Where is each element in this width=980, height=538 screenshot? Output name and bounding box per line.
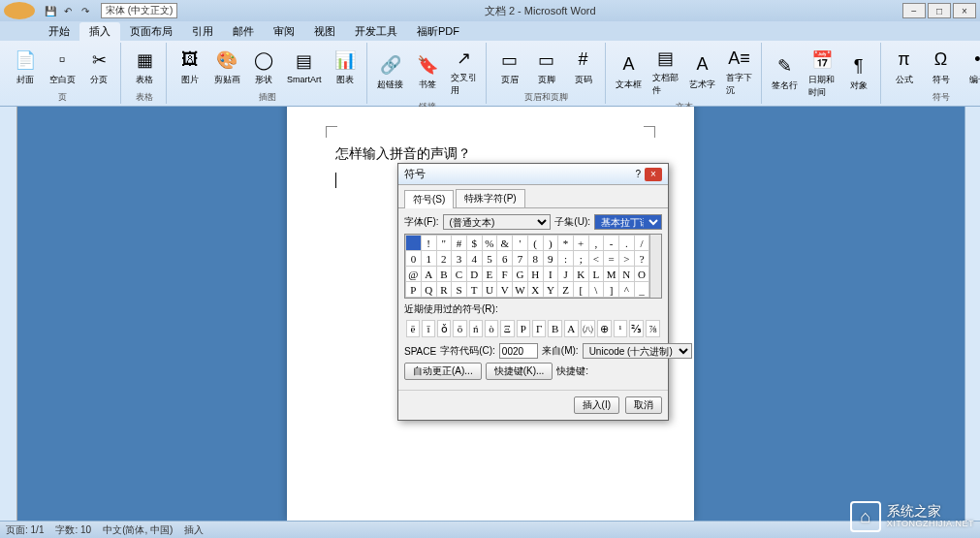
ribbon-形状[interactable]: ◯形状 [246,45,281,88]
dialog-close-button[interactable]: × [645,168,662,181]
ribbon-交叉引用[interactable]: ↗交叉引用 [447,43,482,99]
char-cell[interactable]: A [421,267,436,282]
dialog-tab[interactable]: 符号(S) [404,190,454,208]
recent-char-cell[interactable]: ⅞ [646,320,660,337]
char-cell[interactable]: 8 [527,251,543,267]
char-cell[interactable]: J [558,267,574,282]
grid-scrollbar[interactable] [649,235,661,298]
tab-页面布局[interactable]: 页面布局 [120,22,182,41]
ribbon-对象[interactable]: ¶对象 [841,50,876,94]
recent-char-cell[interactable]: ī [422,320,435,337]
ribbon-符号[interactable]: Ω符号 [924,45,959,88]
char-cell[interactable]: D [466,267,482,282]
char-cell[interactable]: 3 [452,251,467,267]
recent-char-cell[interactable]: ē [406,320,420,337]
char-cell[interactable] [406,236,422,251]
char-cell[interactable]: H [527,267,543,282]
char-cell[interactable]: R [436,282,452,298]
maximize-button[interactable]: □ [928,3,951,18]
recent-char-cell[interactable]: Ρ [517,320,530,337]
ribbon-图片[interactable]: 🖼图片 [173,45,207,88]
char-cell[interactable]: K [573,267,588,282]
redo-icon[interactable]: ↷ [78,3,93,18]
char-cell[interactable]: / [634,236,649,251]
char-cell[interactable]: W [513,282,528,298]
ribbon-SmartArt[interactable]: ▤SmartArt [283,46,326,86]
tab-视图[interactable]: 视图 [304,22,345,41]
recent-char-cell[interactable]: ń [469,320,483,337]
ribbon-剪贴画[interactable]: 🎨剪贴画 [209,45,244,88]
char-cell[interactable]: 7 [513,251,528,267]
recent-char-cell[interactable]: ⅔ [629,320,644,337]
status-words[interactable]: 字数: 10 [55,523,91,537]
recent-char-cell[interactable]: ¹ [614,320,627,337]
ribbon-文档部件[interactable]: ▤文档部件 [648,43,683,99]
char-cell[interactable]: > [618,251,634,267]
char-cell[interactable]: N [618,267,634,282]
char-cell[interactable]: * [558,236,574,251]
tab-邮件[interactable]: 邮件 [223,22,264,41]
ribbon-文本框[interactable]: A文本框 [612,49,647,93]
tab-福昕PDF[interactable]: 福昕PDF [407,22,469,41]
char-cell[interactable]: C [452,267,467,282]
char-cell[interactable]: [ [573,282,588,298]
ribbon-首字下沉[interactable]: A≡首字下沉 [722,43,757,99]
character-table[interactable]: !"#$%&'()*+,-./0123456789:;<=>?@ABCDEFGH… [405,235,649,298]
char-cell[interactable]: I [543,267,558,282]
char-cell[interactable]: ' [513,236,528,251]
vertical-scrollbar[interactable] [964,107,980,521]
status-mode[interactable]: 插入 [184,523,204,537]
save-icon[interactable]: 💾 [43,3,58,18]
autocorrect-button[interactable]: 自动更正(A)... [404,363,482,380]
char-cell[interactable]: F [497,267,513,282]
ribbon-日期和时间[interactable]: 📅日期和时间 [805,45,839,101]
insert-button[interactable]: 插入(I) [574,396,619,414]
dialog-tab[interactable]: 特殊字符(P) [456,189,524,207]
char-cell[interactable]: $ [466,236,482,251]
char-cell[interactable]: ! [421,236,436,251]
char-cell[interactable]: B [436,267,452,282]
char-cell[interactable]: _ [634,282,649,298]
char-cell[interactable]: ^ [618,282,634,298]
char-cell[interactable]: Y [543,282,558,298]
char-cell[interactable]: 0 [406,251,422,267]
char-cell[interactable]: Z [558,282,574,298]
recent-char-cell[interactable]: ō [453,320,466,337]
char-cell[interactable]: ; [573,251,588,267]
char-cell[interactable]: # [452,236,467,251]
ribbon-公式[interactable]: π公式 [887,45,922,88]
char-cell[interactable]: ? [634,251,649,267]
ribbon-图表[interactable]: 📊图表 [328,45,363,88]
char-cell[interactable]: - [604,236,619,251]
tab-引用[interactable]: 引用 [182,22,223,41]
font-select[interactable]: (普通文本) [443,214,552,230]
char-cell[interactable]: V [497,282,513,298]
ribbon-分页[interactable]: ✂分页 [81,45,116,88]
ribbon-编号[interactable]: •编号 [961,45,980,88]
char-cell[interactable]: G [513,267,528,282]
shortcut-button[interactable]: 快捷键(K)... [486,363,553,380]
recent-char-cell[interactable]: Α [564,320,579,337]
close-button[interactable]: × [953,3,976,18]
char-cell[interactable]: % [482,236,497,251]
char-cell[interactable]: 1 [421,251,436,267]
char-cell[interactable]: < [588,251,604,267]
char-cell[interactable]: & [497,236,513,251]
document-text[interactable]: 怎样输入拼音的声调？ [335,145,646,163]
char-cell[interactable]: U [482,282,497,298]
recent-char-cell[interactable]: Ξ [500,320,515,337]
ribbon-书签[interactable]: 🔖书签 [410,49,445,93]
status-lang[interactable]: 中文(简体, 中国) [103,523,173,537]
ribbon-封面[interactable]: 📄封面 [8,45,43,88]
ribbon-超链接[interactable]: 🔗超链接 [373,49,408,93]
char-cell[interactable]: ) [543,236,558,251]
ribbon-空白页[interactable]: ▫空白页 [45,45,79,88]
ribbon-页脚[interactable]: ▭页脚 [529,45,564,88]
undo-icon[interactable]: ↶ [60,3,76,18]
char-cell[interactable]: : [558,251,574,267]
ribbon-艺术字[interactable]: A艺术字 [685,49,720,93]
ribbon-页码[interactable]: #页码 [566,45,601,88]
char-cell[interactable]: 9 [543,251,558,267]
char-cell[interactable]: ] [604,282,619,298]
char-cell[interactable]: O [634,267,649,282]
